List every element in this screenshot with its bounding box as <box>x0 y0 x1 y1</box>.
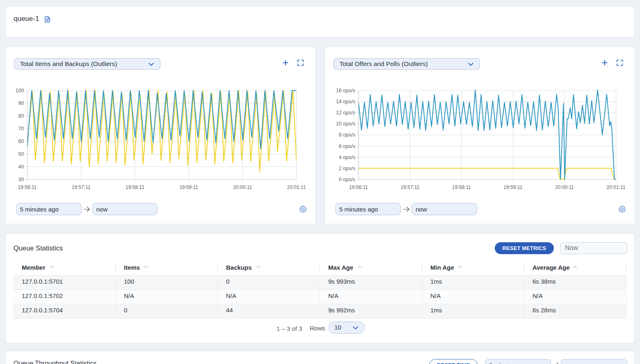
svg-text:20:01:11: 20:01:11 <box>287 184 306 190</box>
svg-text:100: 100 <box>16 88 24 93</box>
svg-text:19:57:11: 19:57:11 <box>72 184 91 190</box>
svg-text:19:58:11: 19:58:11 <box>126 184 144 190</box>
svg-text:19:59:11: 19:59:11 <box>179 184 198 190</box>
svg-text:20:00:11: 20:00:11 <box>233 184 252 190</box>
svg-text:10 ops/s: 10 ops/s <box>336 121 355 127</box>
svg-text:12 ops/s: 12 ops/s <box>336 110 355 116</box>
svg-text:80: 80 <box>18 113 24 119</box>
svg-text:20:00:11: 20:00:11 <box>555 184 574 190</box>
svg-text:6 ops/s: 6 ops/s <box>339 143 355 149</box>
svg-text:60: 60 <box>18 139 24 144</box>
svg-text:20:01:11: 20:01:11 <box>607 184 626 190</box>
svg-text:90: 90 <box>18 100 24 106</box>
svg-text:19:56:11: 19:56:11 <box>349 184 368 190</box>
svg-text:16 ops/s: 16 ops/s <box>336 88 355 93</box>
svg-text:4 ops/s: 4 ops/s <box>339 155 355 160</box>
svg-text:2 ops/s: 2 ops/s <box>339 166 355 171</box>
svg-text:50: 50 <box>18 151 24 157</box>
svg-text:40: 40 <box>18 164 24 170</box>
svg-text:30: 30 <box>18 177 24 182</box>
svg-text:19:59:11: 19:59:11 <box>504 184 523 190</box>
svg-text:19:58:11: 19:58:11 <box>452 184 471 190</box>
svg-text:19:56:11: 19:56:11 <box>18 184 37 190</box>
svg-text:8 ops/s: 8 ops/s <box>339 132 355 138</box>
svg-text:19:57:11: 19:57:11 <box>401 184 420 190</box>
svg-text:14 ops/s: 14 ops/s <box>336 99 355 105</box>
svg-text:0 ops/s: 0 ops/s <box>339 177 355 182</box>
svg-text:70: 70 <box>18 126 24 132</box>
